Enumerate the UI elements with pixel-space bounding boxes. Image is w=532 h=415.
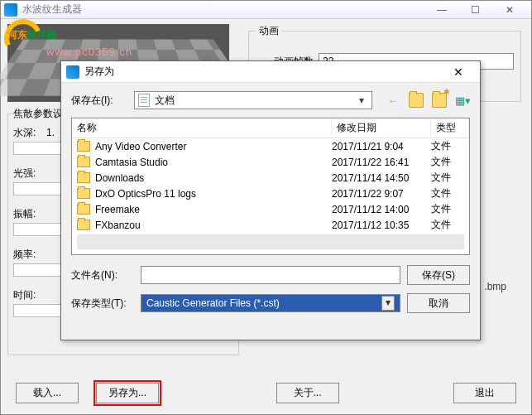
list-item[interactable]: DxO OpticsPro 11 logs2017/11/22 9:07文件 (72, 186, 469, 201)
file-date: 2017/11/22 16:41 (332, 157, 431, 168)
filename-label: 文件名(N): (71, 268, 134, 282)
filename-input[interactable] (141, 266, 400, 284)
dialog-title: 另存为 (84, 65, 442, 79)
main-title: 水波纹生成器 (22, 2, 425, 17)
saveas-button[interactable]: 另存为... (96, 383, 159, 403)
file-date: 2017/11/12 14:00 (332, 204, 431, 215)
folder-icon (77, 157, 90, 167)
folder-icon (77, 204, 90, 215)
exit-button[interactable]: 退出 (453, 383, 516, 403)
bottom-button-bar: 载入... 另存为... 关于... 退出 (16, 380, 516, 406)
view-menu-icon[interactable]: ▦▾ (455, 93, 470, 108)
file-type: 文件 (431, 218, 464, 232)
list-item[interactable]: Camtasia Studio2017/11/22 16:41文件 (72, 154, 469, 170)
filetype-combo[interactable]: Caustic Generator Files (*.cst) ▾ (141, 294, 400, 312)
dialog-close-button[interactable]: ✕ (442, 65, 475, 79)
minimize-button[interactable]: — (425, 2, 458, 18)
chevron-down-icon: ▾ (355, 94, 368, 106)
file-name: DxO OpticsPro 11 logs (95, 188, 332, 200)
saveas-dialog: 另存为 ✕ 保存在(I): 文档 ▾ ← ▦▾ 名称 修改日期 类型 (60, 60, 481, 340)
savein-combo[interactable]: 文档 ▾ (134, 91, 372, 109)
about-button[interactable]: 关于... (276, 383, 339, 403)
documents-icon (138, 94, 150, 107)
folder-icon (77, 188, 90, 199)
main-titlebar: 水波纹生成器 — ☐ ✕ (1, 1, 531, 19)
file-list[interactable]: 名称 修改日期 类型 Any Video Converter2017/11/21… (71, 118, 470, 255)
main-window: 水波纹生成器 — ☐ ✕ 河东软件园 www.pc0359.cn 动画 动画帧数… (0, 0, 532, 415)
file-type: 文件 (431, 155, 464, 169)
col-date[interactable]: 修改日期 (332, 118, 431, 138)
savein-label: 保存在(I): (71, 94, 129, 108)
file-name: Camtasia Studio (95, 157, 332, 168)
savein-value: 文档 (155, 94, 355, 108)
file-name: Any Video Converter (95, 141, 332, 152)
file-name: Downloads (95, 172, 332, 184)
file-date: 2017/11/14 14:50 (332, 172, 431, 184)
params-legend: 焦散参数设 (13, 107, 63, 121)
animation-legend: 动画 (256, 24, 282, 38)
extension-hint: .bmp (484, 281, 506, 292)
app-icon (4, 3, 17, 17)
file-type: 文件 (431, 171, 464, 185)
file-date: 2017/11/12 10:35 (332, 220, 431, 231)
chevron-down-icon: ▾ (381, 296, 395, 311)
folder-icon (77, 220, 90, 230)
amplitude-label: 振幅: (13, 207, 46, 221)
list-item[interactable]: Downloads2017/11/14 14:50文件 (72, 170, 469, 186)
cancel-button[interactable]: 取消 (407, 293, 470, 313)
save-button[interactable]: 保存(S) (407, 265, 470, 285)
watermark-url: www.pc0359.cn (46, 46, 132, 58)
maximize-button[interactable]: ☐ (458, 2, 491, 18)
col-name[interactable]: 名称 (72, 118, 332, 138)
depth-label: 水深: (13, 126, 46, 140)
folder-icon (77, 141, 90, 152)
file-list-header: 名称 修改日期 类型 (72, 118, 469, 138)
saveas-highlight: 另存为... (93, 380, 161, 406)
folder-icon (77, 172, 90, 183)
file-type: 文件 (431, 186, 464, 200)
list-item[interactable]: FXbanzou2017/11/12 10:35文件 (72, 217, 469, 233)
file-name: FXbanzou (95, 220, 332, 231)
savein-row: 保存在(I): 文档 ▾ ← ▦▾ (61, 83, 480, 114)
file-name: Freemake (95, 204, 332, 215)
file-date: 2017/11/22 9:07 (332, 188, 431, 200)
new-folder-icon[interactable] (432, 93, 447, 108)
file-type: 文件 (431, 202, 464, 216)
frequency-label: 频率: (13, 248, 46, 262)
intensity-label: 光强: (13, 166, 46, 181)
filetype-value: Caustic Generator Files (*.cst) (146, 297, 280, 309)
list-item[interactable] (77, 234, 464, 249)
up-folder-icon[interactable] (409, 93, 424, 108)
list-item[interactable]: Freemake2017/11/12 14:00文件 (72, 201, 469, 217)
list-item[interactable]: Any Video Converter2017/11/21 9:04文件 (72, 138, 469, 154)
close-button[interactable]: ✕ (491, 2, 528, 18)
file-date: 2017/11/21 9:04 (332, 141, 431, 152)
file-type: 文件 (431, 139, 464, 153)
col-type[interactable]: 类型 (431, 118, 469, 138)
load-button[interactable]: 载入... (16, 383, 79, 403)
watermark-text: 河东软件园 (7, 17, 57, 44)
time-label: 时间: (13, 288, 46, 302)
dialog-titlebar: 另存为 ✕ (61, 61, 480, 83)
back-icon[interactable]: ← (386, 93, 400, 108)
filetype-label: 保存类型(T): (71, 297, 134, 311)
dialog-icon (66, 65, 79, 79)
